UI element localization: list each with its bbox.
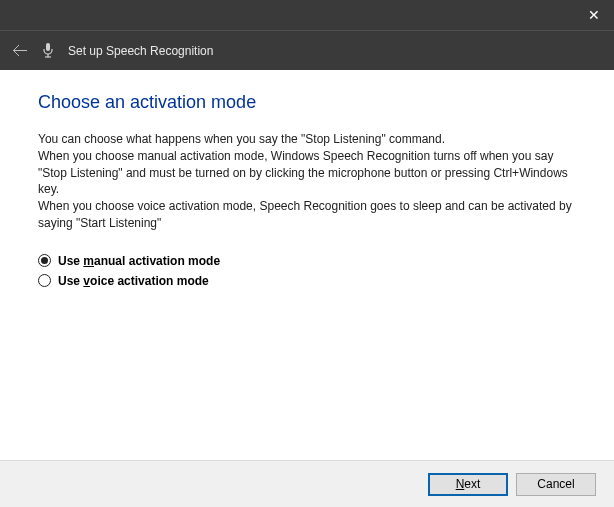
- desc-line: When you choose manual activation mode, …: [38, 149, 568, 197]
- titlebar: ✕: [0, 0, 614, 30]
- radio-voice-activation[interactable]: Use voice activation mode: [38, 274, 576, 288]
- desc-line: You can choose what happens when you say…: [38, 132, 445, 146]
- svg-rect-0: [46, 43, 50, 51]
- next-button[interactable]: Next: [428, 473, 508, 496]
- close-icon[interactable]: ✕: [588, 7, 600, 23]
- radio-button-icon: [38, 254, 51, 267]
- radio-button-icon: [38, 274, 51, 287]
- back-arrow-icon[interactable]: 🡠: [12, 43, 28, 59]
- radio-label: Use voice activation mode: [58, 274, 209, 288]
- desc-line: When you choose voice activation mode, S…: [38, 199, 572, 230]
- microphone-icon: [42, 43, 54, 59]
- page-title: Choose an activation mode: [38, 92, 576, 113]
- header: 🡠 Set up Speech Recognition: [0, 30, 614, 70]
- radio-manual-activation[interactable]: Use manual activation mode: [38, 254, 576, 268]
- content-area: Choose an activation mode You can choose…: [0, 70, 614, 460]
- footer: Next Cancel: [0, 460, 614, 507]
- window-title: Set up Speech Recognition: [68, 44, 213, 58]
- radio-label: Use manual activation mode: [58, 254, 220, 268]
- description-text: You can choose what happens when you say…: [38, 131, 576, 232]
- cancel-button[interactable]: Cancel: [516, 473, 596, 496]
- radio-group: Use manual activation mode Use voice act…: [38, 254, 576, 288]
